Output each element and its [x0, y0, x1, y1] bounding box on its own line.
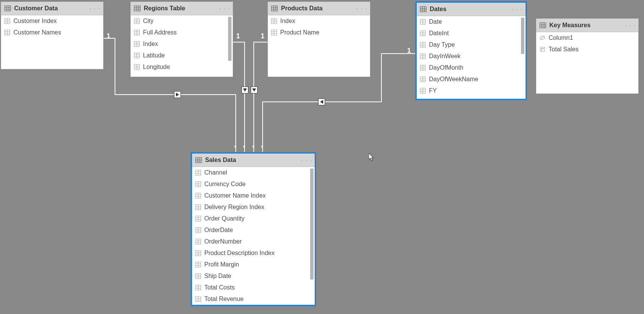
table-menu-icon[interactable]: · · ·	[625, 22, 636, 28]
cardinality-many: *	[234, 144, 236, 150]
table-menu-icon[interactable]: · · ·	[219, 5, 230, 11]
scrollbar-thumb[interactable]	[310, 168, 314, 280]
svg-rect-4	[5, 6, 11, 11]
field-row[interactable]: OrderNumber	[192, 236, 315, 247]
field-label: DateInt	[429, 30, 449, 37]
field-row[interactable]: Longitude	[131, 61, 233, 73]
column-icon	[420, 76, 426, 82]
table-header[interactable]: Dates · · ·	[417, 3, 526, 16]
field-row[interactable]: Column1	[536, 32, 638, 44]
table-fields: Customer Index Customer Names	[1, 15, 103, 69]
table-menu-icon[interactable]: · · ·	[301, 157, 312, 163]
table-header[interactable]: Customer Data · · ·	[1, 2, 103, 15]
table-title: Key Measures	[549, 22, 625, 29]
svg-rect-96	[543, 48, 544, 49]
field-row[interactable]: Latitude	[131, 50, 233, 61]
field-row[interactable]: Product Description Index	[192, 247, 315, 259]
column-icon	[195, 250, 201, 256]
field-row[interactable]: Date	[417, 16, 526, 28]
field-row[interactable]: Full Address	[131, 27, 233, 38]
field-label: Currency Code	[204, 181, 246, 188]
field-label: Total Sales	[549, 46, 578, 53]
table-icon	[134, 5, 141, 12]
field-row[interactable]: Customer Index	[1, 15, 103, 27]
table-icon	[4, 5, 11, 12]
column-icon	[195, 285, 201, 291]
field-label: Longitude	[143, 64, 170, 70]
field-row[interactable]: Currency Code	[192, 178, 315, 190]
field-row[interactable]: DayOfWeekName	[417, 74, 526, 85]
table-header[interactable]: Key Measures · · ·	[536, 19, 638, 32]
svg-rect-42	[271, 6, 278, 11]
field-row[interactable]: OrderDate	[192, 224, 315, 236]
table-fields: City Full Address Index Latitude Longitu…	[131, 15, 233, 77]
column-icon	[195, 239, 201, 245]
field-row[interactable]: Ship Date	[192, 270, 315, 282]
field-label: Profit Margin	[204, 261, 239, 268]
table-customer-data[interactable]: Customer Data · · · Customer Index Custo…	[1, 2, 104, 69]
table-key-measures[interactable]: Key Measures · · · Column1 Total Sales	[536, 18, 639, 94]
table-menu-icon[interactable]: · · ·	[512, 6, 523, 12]
field-label: OrderNumber	[204, 238, 242, 245]
field-row[interactable]: Channel	[192, 167, 315, 178]
cardinality-many: *	[243, 144, 245, 150]
column-icon	[420, 42, 426, 48]
field-row[interactable]: Total Costs	[192, 282, 315, 293]
scrollbar-thumb[interactable]	[228, 17, 232, 61]
svg-rect-94	[540, 47, 544, 51]
model-canvas[interactable]: 1 1 1 1 * * * * Customer Data · · · Cust…	[0, 0, 644, 314]
column-icon	[134, 18, 140, 24]
field-row[interactable]: Day Type	[417, 39, 526, 51]
field-row[interactable]: DayInWeek	[417, 51, 526, 62]
table-fields: Date DateInt Day Type DayInWeek DayOfMon…	[417, 16, 526, 99]
field-row[interactable]: Index	[131, 38, 233, 50]
table-regions[interactable]: Regions Table · · · City Full Address In…	[130, 2, 233, 77]
filter-direction-icon	[174, 91, 181, 98]
field-row[interactable]: Order Quantity	[192, 213, 315, 224]
svg-marker-2	[252, 88, 256, 92]
column-icon	[195, 204, 201, 210]
field-row[interactable]: Total Revenue	[192, 293, 315, 305]
svg-marker-0	[176, 93, 179, 96]
table-header[interactable]: Products Data · · ·	[268, 2, 370, 15]
field-label: Latitude	[143, 52, 165, 59]
table-dates[interactable]: Dates · · · Date DateInt Day Type DayInW…	[416, 2, 527, 100]
svg-rect-97	[541, 50, 542, 51]
field-row[interactable]: Profit Margin	[192, 259, 315, 270]
field-row[interactable]: DateInt	[417, 28, 526, 39]
table-fields: Channel Currency Code Customer Name Inde…	[192, 167, 315, 305]
column-icon	[4, 29, 10, 36]
scrollbar-thumb[interactable]	[521, 18, 524, 54]
table-icon	[195, 157, 202, 164]
field-label: Customer Index	[13, 18, 57, 25]
field-row[interactable]: Customer Names	[1, 27, 103, 38]
column-icon	[195, 216, 201, 222]
field-row[interactable]: Customer Name Index	[192, 190, 315, 201]
field-row[interactable]: FY	[417, 85, 526, 96]
table-fields: Index Product Name	[268, 15, 370, 77]
table-header[interactable]: Regions Table · · ·	[131, 2, 233, 15]
column-icon	[420, 19, 426, 25]
field-row[interactable]: Product Name	[268, 27, 370, 38]
table-menu-icon[interactable]: · · ·	[90, 5, 101, 11]
column-icon	[195, 227, 201, 233]
field-row[interactable]: Total Sales	[536, 44, 638, 55]
table-menu-icon[interactable]: · · ·	[356, 5, 368, 11]
column-icon	[195, 262, 201, 268]
field-label: Index	[143, 41, 158, 47]
table-header[interactable]: Sales Data · · ·	[192, 154, 315, 167]
column-icon	[195, 170, 201, 176]
field-row[interactable]: Index	[268, 15, 370, 27]
field-label: Channel	[204, 169, 227, 176]
field-label: Ship Date	[204, 273, 231, 280]
table-products[interactable]: Products Data · · · Index Product Name	[268, 2, 370, 77]
cardinality-one: 1	[407, 47, 411, 55]
field-label: Product Description Index	[204, 250, 274, 257]
field-row[interactable]: DayOfMonth	[417, 62, 526, 74]
table-sales-data[interactable]: Sales Data · · · Channel Currency Code C…	[191, 152, 316, 306]
measure-icon	[539, 46, 545, 52]
field-row[interactable]: City	[131, 15, 233, 27]
field-row[interactable]: Delivery Region Index	[192, 201, 315, 213]
svg-marker-151	[369, 153, 373, 161]
field-label: Date	[429, 18, 442, 25]
